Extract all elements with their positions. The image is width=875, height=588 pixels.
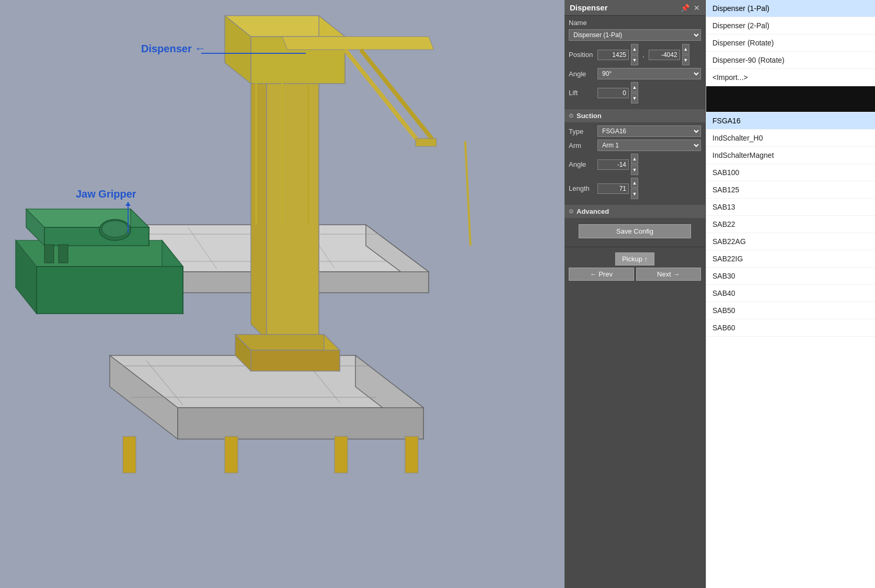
right-panel: Dispenser 📌 ✕ Name Dispenser (1-Pal) Pos… <box>565 0 875 588</box>
svg-marker-4 <box>178 408 423 439</box>
suction-header-label: Suction <box>577 112 602 120</box>
angle-select[interactable]: 90° <box>597 68 701 79</box>
pos-y-up-btn[interactable]: ▲ <box>682 44 689 54</box>
svg-marker-44 <box>37 267 183 314</box>
list-item[interactable]: Dispenser (2-Pal) <box>706 17 875 34</box>
svg-point-50 <box>102 221 128 237</box>
lift-down-btn[interactable]: ▼ <box>631 93 638 103</box>
list-item[interactable]: SAB100 <box>706 164 875 181</box>
svg-marker-48 <box>44 227 149 246</box>
suction-type-label: Type <box>569 128 597 135</box>
jaw-gripper-annotation: Jaw Gripper <box>76 188 136 200</box>
pos-x-up-btn[interactable]: ▲ <box>631 44 638 54</box>
pin-icon[interactable]: 📌 <box>681 4 689 12</box>
suction-section-header[interactable]: ⊙ Suction <box>565 109 705 122</box>
save-config-button[interactable]: Save Config <box>579 224 691 238</box>
position-label: Position <box>569 51 597 59</box>
lift-up-btn[interactable]: ▲ <box>631 82 638 93</box>
length-input[interactable] <box>597 183 629 194</box>
svg-rect-8 <box>405 436 418 473</box>
panel-header: Dispenser 📌 ✕ <box>565 0 705 16</box>
length-label: Length <box>569 185 597 192</box>
list-item[interactable]: IndSchalter_H0 <box>706 130 875 147</box>
list-item[interactable]: SAB50 <box>706 302 875 319</box>
length-up-btn[interactable]: ▲ <box>631 178 638 188</box>
arm-select[interactable]: Arm 1 <box>597 140 701 151</box>
suction-angle-up-btn[interactable]: ▲ <box>631 154 638 164</box>
svg-marker-22 <box>251 52 267 340</box>
suction-angle-label: Angle <box>569 160 597 168</box>
list-item[interactable]: SAB30 <box>706 268 875 285</box>
list-item[interactable]: SAB40 <box>706 285 875 302</box>
name-select[interactable]: Dispenser (1-Pal) <box>569 29 701 41</box>
svg-rect-7 <box>335 436 348 473</box>
name-section: Name Dispenser (1-Pal) Position ▲ ▼ , <box>565 16 705 109</box>
lift-label: Lift <box>569 89 597 97</box>
suction-angle-down-btn[interactable]: ▼ <box>631 165 638 175</box>
list-item[interactable]: SAB13 <box>706 199 875 216</box>
list-item[interactable]: Dispenser (1-Pal) <box>706 0 875 17</box>
suction-angle-spinner[interactable]: ▲ ▼ <box>631 154 638 175</box>
3d-viewport: Dispenser ← Jaw Gripper <box>0 0 565 588</box>
pos-y-down-btn[interactable]: ▼ <box>682 55 689 65</box>
pos-x-down-btn[interactable]: ▼ <box>631 55 638 65</box>
svg-marker-24 <box>267 68 319 340</box>
pickup-button[interactable]: Pickup ↑ <box>615 252 654 266</box>
list-item[interactable]: SAB125 <box>706 181 875 199</box>
suction-collapse-icon: ⊙ <box>569 112 573 119</box>
svg-rect-5 <box>123 436 136 473</box>
advanced-header-label: Advanced <box>577 207 609 215</box>
svg-rect-52 <box>59 245 68 263</box>
list-item[interactable] <box>706 86 875 112</box>
list-item[interactable]: IndSchalterMagnet <box>706 147 875 164</box>
angle-label: Angle <box>569 70 597 78</box>
position-x-spinner[interactable]: ▲ ▼ <box>631 44 638 65</box>
list-item[interactable]: Dispenser (Rotate) <box>706 34 875 52</box>
dispenser-panel: Dispenser 📌 ✕ Name Dispenser (1-Pal) Pos… <box>565 0 706 588</box>
arm-label: Arm <box>569 142 597 149</box>
prev-button[interactable]: ← Prev <box>569 268 634 281</box>
panel-title: Dispenser <box>570 3 608 12</box>
advanced-section: Save Config <box>565 218 705 245</box>
svg-rect-51 <box>44 245 54 263</box>
advanced-section-header[interactable]: ⊙ Advanced <box>565 205 705 218</box>
list-item[interactable]: Dispenser-90 (Rotate) <box>706 52 875 69</box>
list-item[interactable]: SAB22AG <box>706 233 875 250</box>
list-item[interactable]: SAB22IG <box>706 250 875 268</box>
svg-marker-33 <box>282 37 434 50</box>
close-icon[interactable]: ✕ <box>694 4 700 12</box>
list-item[interactable]: <Import...> <box>706 69 875 86</box>
list-item[interactable]: SAB60 <box>706 319 875 337</box>
advanced-collapse-icon: ⊙ <box>569 208 573 215</box>
list-item[interactable]: FSGA16 <box>706 112 875 130</box>
length-spinner[interactable]: ▲ ▼ <box>631 178 638 199</box>
lift-input[interactable] <box>597 88 629 98</box>
dispenser-annotation: Dispenser ← <box>141 42 206 55</box>
length-down-btn[interactable]: ▼ <box>631 189 638 199</box>
lift-spinner[interactable]: ▲ ▼ <box>631 82 638 103</box>
dropdown-list: Dispenser (1-Pal)Dispenser (2-Pal)Dispen… <box>706 0 875 588</box>
nav-section: Pickup ↑ ← Prev Next → <box>565 249 705 284</box>
position-y-spinner[interactable]: ▲ ▼ <box>682 44 689 65</box>
next-button[interactable]: Next → <box>636 268 701 281</box>
name-label: Name <box>569 19 597 27</box>
suction-angle-input[interactable] <box>597 159 629 170</box>
position-x-input[interactable] <box>597 50 629 60</box>
list-item[interactable]: SAB22 <box>706 216 875 233</box>
suction-section: Type FSGA16 Arm Arm 1 Angle ▲ ▼ <box>565 122 705 205</box>
svg-rect-36 <box>416 139 436 146</box>
position-y-input[interactable] <box>649 50 680 60</box>
suction-type-select[interactable]: FSGA16 <box>597 125 701 137</box>
svg-rect-6 <box>225 436 238 473</box>
svg-marker-28 <box>251 350 340 371</box>
